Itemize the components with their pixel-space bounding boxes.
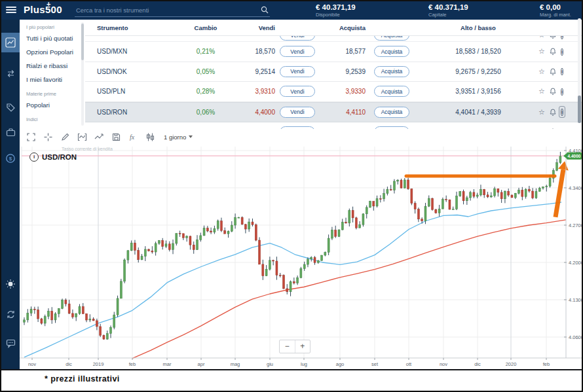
timeframe-select[interactable]: 1 giorno <box>164 134 193 141</box>
sidebar-item-popolari[interactable]: Popolari <box>20 98 85 112</box>
tag-icon[interactable] <box>1 98 20 116</box>
alert-bell-icon[interactable] <box>550 36 556 39</box>
sidebar-item-opzioni-popolari[interactable]: Opzioni Popolari <box>20 45 85 59</box>
svg-text:dic: dic <box>474 361 481 367</box>
buy-button[interactable]: Acquista <box>374 66 409 77</box>
svg-text:feb: feb <box>543 361 550 367</box>
sidebar-section-header: I più popolari <box>20 20 85 31</box>
sell-button[interactable]: Vendi <box>280 46 315 57</box>
pattern-tool-icon[interactable] <box>77 132 87 142</box>
app-window: Plus500 + € 40.371,19 Disponibile € 40.3… <box>0 0 583 392</box>
buy-button[interactable]: Acquista <box>374 86 409 97</box>
hamburger-menu-icon[interactable] <box>6 7 16 14</box>
svg-text:mar: mar <box>163 361 172 367</box>
plus500-logo: Plus500 + <box>24 4 62 15</box>
info-icon[interactable]: i <box>29 152 39 162</box>
price-chart[interactable]: 4.41004.34004.27004.20004.13004.0600novd… <box>20 144 582 370</box>
svg-text:2020: 2020 <box>506 361 517 367</box>
search-input[interactable] <box>75 4 253 14</box>
chart-zoom-controls: − + <box>279 340 310 353</box>
alert-bell-icon[interactable] <box>550 88 556 95</box>
col-acquista: Acquista <box>320 24 366 31</box>
table-row[interactable]: USD/RUB0,10%63,4350Vendi63,4050Acquista6… <box>85 122 582 129</box>
sell-button[interactable]: Vendi <box>280 107 315 118</box>
margin-value: € 0,00 <box>540 3 571 11</box>
svg-text:dic: dic <box>66 361 72 367</box>
sell-button[interactable]: Vendi <box>280 36 315 41</box>
buy-price: 18,577 <box>320 48 366 55</box>
col-strumento: Strumento <box>85 24 182 31</box>
search-icon[interactable] <box>261 6 269 14</box>
indicators-fx-icon[interactable]: fx <box>128 132 138 142</box>
current-rate-tooltip: Tasso corrente di vendita <box>62 147 113 151</box>
available-label: Disponibile <box>316 12 356 18</box>
buy-button[interactable]: Acquista <box>374 46 409 57</box>
sell-button[interactable]: Vendi <box>280 66 315 77</box>
trade-chart-icon[interactable] <box>1 33 20 52</box>
col-alto-basso: Alto / basso <box>418 24 538 31</box>
svg-text:mag: mag <box>231 361 240 367</box>
line-chart-type-icon[interactable] <box>94 132 104 142</box>
change-percent: 0,06% <box>182 109 229 116</box>
favorite-star-icon[interactable]: ☆ <box>538 109 545 116</box>
margin-label: Marg. di mant. <box>540 12 571 18</box>
crosshair-icon[interactable] <box>43 132 53 142</box>
sidebar-item-tutti-i-pi-quotati[interactable]: Tutti i più quotati <box>20 31 85 45</box>
instrument-info-icon[interactable]: i <box>561 48 563 56</box>
save-icon[interactable] <box>111 132 121 142</box>
sidebar-item-i-miei-favoriti[interactable]: I miei favoriti <box>20 73 85 86</box>
table-header-row: Strumento Cambio Vendi Acquista Alto / b… <box>85 20 582 36</box>
instrument-info-icon[interactable]: i <box>561 109 563 116</box>
svg-text:ott: ott <box>406 361 412 367</box>
zoom-out-button[interactable]: − <box>280 340 295 353</box>
svg-text:4.2000: 4.2000 <box>569 260 582 266</box>
fullscreen-icon[interactable] <box>26 132 36 142</box>
change-percent: 0,28% <box>182 88 229 95</box>
col-vendi: Vendi <box>229 24 275 31</box>
svg-text:2019: 2019 <box>93 361 104 367</box>
equity-label: Capitale <box>428 12 468 18</box>
instrument-name: USD/MXN <box>85 48 182 55</box>
instrument-info-icon[interactable]: i <box>561 68 563 75</box>
sidebar-section-header: Materie prime <box>20 86 85 98</box>
alert-bell-icon[interactable] <box>550 48 556 55</box>
refresh-icon[interactable] <box>1 305 20 323</box>
alert-bell-icon[interactable] <box>550 68 556 75</box>
sell-button[interactable]: Vendi <box>280 86 315 97</box>
chat-icon[interactable] <box>1 334 20 352</box>
favorite-star-icon[interactable]: ☆ <box>538 88 545 95</box>
transfer-arrows-icon[interactable] <box>1 64 20 82</box>
favorite-star-icon[interactable]: ☆ <box>538 68 545 75</box>
svg-text:$: $ <box>9 156 12 162</box>
sidebar-section-header: Indici <box>20 112 85 124</box>
briefcase-icon[interactable] <box>1 123 20 141</box>
table-row[interactable]: USD/RON0,06%4,4000Vendi4,4110Acquista4,4… <box>85 102 582 123</box>
buy-price: 9,2539 <box>320 68 366 75</box>
table-row[interactable]: USD/NOK0,05%9,2514Vendi9,2539Acquista9,2… <box>85 62 582 82</box>
change-percent: 0,21% <box>182 48 229 55</box>
favorite-star-icon[interactable]: ☆ <box>538 48 545 55</box>
funds-dollar-icon[interactable]: $ <box>1 149 20 168</box>
table-row[interactable]: VendiAcquista☆i <box>85 36 582 42</box>
chart-instrument: i USD/RON <box>29 152 77 162</box>
draw-pencil-icon[interactable] <box>60 132 70 142</box>
change-percent: 0,05% <box>182 68 229 75</box>
instrument-info-icon[interactable]: i <box>561 88 563 96</box>
table-row[interactable]: USD/PLN0,28%3,9310Vendi3,9330Acquista3,9… <box>85 82 582 102</box>
favorite-star-icon[interactable]: ☆ <box>538 36 545 39</box>
sidebar-item-rialzi-e-ribassi[interactable]: Rialzi e ribassi <box>20 59 85 73</box>
zoom-in-button[interactable]: + <box>295 340 310 353</box>
sidebar-scrollbar[interactable] <box>81 22 84 126</box>
instrument-info-icon[interactable]: i <box>561 36 563 39</box>
candle-type-icon[interactable] <box>145 132 155 142</box>
alert-bell-icon[interactable] <box>550 109 556 116</box>
watchlist-table: Strumento Cambio Vendi Acquista Alto / b… <box>85 20 582 129</box>
table-row[interactable]: USD/MXN0,21%18,570Vendi18,577Acquista18,… <box>85 42 582 62</box>
theme-sun-icon[interactable] <box>1 275 20 293</box>
buy-price: 4,4110 <box>320 109 366 116</box>
buy-button[interactable]: Acquista <box>374 107 409 118</box>
top-bar: Plus500 + € 40.371,19 Disponibile € 40.3… <box>1 1 582 20</box>
svg-text:4.4000: 4.4000 <box>568 154 581 158</box>
buy-button[interactable]: Acquista <box>374 36 409 41</box>
table-scrollbar[interactable] <box>578 18 581 109</box>
